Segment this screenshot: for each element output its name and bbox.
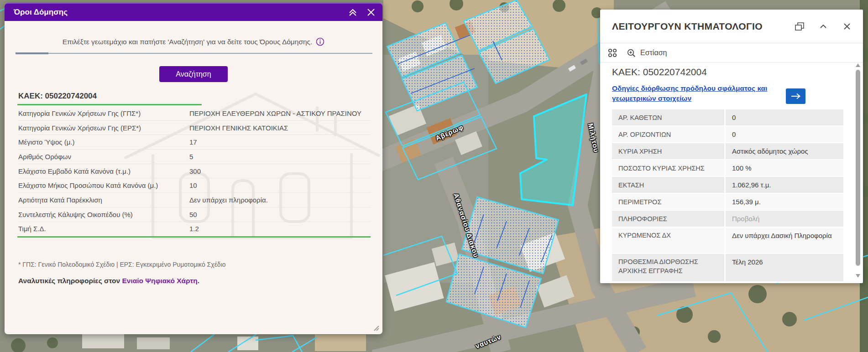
row-label: Κατηγορία Γενικών Χρήσεων Γης (ΓΠΣ*) — [18, 109, 189, 117]
parcel-attributes-table: ΑΡ. ΚΑΘΕΤΩΝ 0 ΑΡ. ΟΡΙΖΟΝΤΙΩΝ 0 ΚΥΡΙΑ ΧΡΗ… — [612, 109, 843, 282]
row-label: ΕΚΤΑΣΗ — [612, 177, 724, 194]
row-value: 0 — [726, 109, 843, 126]
divider — [16, 53, 372, 54]
panel-scrollbar — [855, 62, 861, 279]
row-value: 0 — [726, 126, 843, 143]
more-info-text: Αναλυτικές πληροφορίες στον Ενιαίο Ψηφια… — [18, 277, 199, 285]
row-label: Αριθμός Ορόφων — [18, 153, 189, 160]
row-label: Ελάχιστο Εμβαδό Κατά Κανόνα (τ.μ.) — [18, 167, 189, 175]
row-label: ΠΟΣΟΣΤΟ ΚΥΡΙΑΣ ΧΡΗΣΗΣ — [612, 160, 724, 177]
row-value: 10 — [189, 181, 371, 189]
row-value: Τέλη 2026 — [726, 254, 843, 282]
row-label: ΚΥΡΩΜΕΝΟΣ ΔΧ — [612, 228, 724, 254]
row-label: Ελάχιστο Μήκος Προσώπου Κατά Κανόνα (μ.) — [18, 181, 189, 189]
table-row: ΠΕΡΙΜΕΤΡΟΣ 156,39 μ. — [612, 194, 843, 211]
row-label: ΠΕΡΙΜΕΤΡΟΣ — [612, 194, 724, 211]
row-value: ΠΕΡΙΟΧΗ ΕΛΕΥΘΕΡΩΝ ΧΩΡΩΝ - ΑΣΤΙΚΟΥ ΠΡΑΣΙΝ… — [189, 109, 371, 117]
row-label: Μέγιστο Ύψος (μ.) — [18, 138, 189, 146]
table-row: Ελάχιστο Μήκος Προσώπου Κατά Κανόνα (μ.)… — [18, 178, 371, 193]
table-row: Τιμή Σ.Δ. 1.2 — [18, 222, 371, 236]
scroll-up-arrow[interactable] — [856, 63, 860, 67]
table-row: ΚΥΡΩΜΕΝΟΣ ΔΧ Δεν υπάρχει Δασική Πληροφορ… — [612, 228, 843, 254]
table-row: ΠΛΗΡΟΦΟΡΙΕΣ Προβολή — [612, 211, 843, 228]
search-button[interactable]: Αναζήτηση — [159, 66, 228, 82]
row-value: Δεν υπάρχει Δασική Πληροφορία — [726, 228, 843, 254]
resize-grip[interactable] — [372, 324, 380, 332]
table-row: Κατηγορία Γενικών Χρήσεων Γης (ΓΠΣ*) ΠΕΡ… — [18, 106, 371, 121]
row-label: Συντελεστής Κάλυψης Οικοπέδου (%) — [18, 211, 189, 218]
building-terms-header: Όροι Δόμησης — [5, 3, 382, 21]
scroll-down-arrow[interactable] — [856, 274, 860, 278]
chevron-up-icon[interactable] — [817, 21, 829, 32]
row-value: 17 — [189, 138, 371, 146]
green-rule — [17, 104, 202, 105]
building-terms-table: Κατηγορία Γενικών Χρήσεων Γης (ΓΠΣ*) ΠΕΡ… — [18, 106, 371, 236]
table-row: Ελάχιστο Εμβαδό Κατά Κανόνα (τ.μ.) 300 — [18, 164, 371, 179]
row-label: ΠΡΟΘΕΣΜΙΑ ΔΙΟΡΘΩΣΗΣ ΑΡΧΙΚΗΣ ΕΓΓΡΑΦΗΣ — [612, 254, 724, 282]
row-value: 50 — [189, 211, 371, 218]
scrollbar-thumb[interactable] — [856, 70, 860, 266]
row-value: 5 — [189, 153, 371, 160]
cadastre-panel: ΛΕΙΤΟΥΡΓΟΥΝ ΚΤΗΜΑΤΟΛΟΓΙΟ — [600, 10, 863, 283]
cadastre-header: ΛΕΙΤΟΥΡΓΟΥΝ ΚΤΗΜΑΤΟΛΟΓΙΟ — [600, 10, 863, 43]
building-terms-panel: Όροι Δόμησης Επιλέξτε γεωτεμάχιο και πατ… — [5, 3, 382, 334]
more-info-prefix: Αναλυτικές πληροφορίες στον — [18, 277, 122, 285]
row-label: ΑΡ. ΟΡΙΖΟΝΤΙΩΝ — [612, 126, 724, 143]
instruction-text: Επιλέξτε γεωτεμάχιο και πατήστε 'Αναζήτη… — [23, 37, 364, 48]
table-row: ΑΡ. ΚΑΘΕΤΩΝ 0 — [612, 109, 843, 126]
panel-title: Όροι Δόμησης — [14, 8, 347, 17]
row-value: 100 % — [726, 160, 843, 177]
table-row: Συντελεστής Κάλυψης Οικοπέδου (%) 50 — [18, 207, 371, 222]
table-row: ΕΚΤΑΣΗ 1.062,96 τ.μ. — [612, 177, 843, 194]
row-value: ΠΕΡΙΟΧΗ ΓΕΝΙΚΗΣ ΚΑΤΟΙΚΙΑΣ — [189, 124, 371, 132]
green-rule — [17, 236, 371, 238]
row-label: Τιμή Σ.Δ. — [18, 225, 189, 233]
go-arrow-button[interactable] — [786, 88, 805, 104]
digital-map-link[interactable]: Ενιαίο Ψηφιακό Χάρτη — [122, 277, 198, 285]
collapse-icon[interactable] — [347, 6, 359, 18]
footnote: * ΓΠΣ: Γενικό Πολεοδομικό Σχέδιο | ΕΡΣ: … — [18, 261, 226, 268]
correction-instructions-link[interactable]: Οδηγίες διόρθωσης πρόδηλου σφάλματος και… — [612, 83, 782, 104]
row-label: ΚΥΡΙΑ ΧΡΗΣΗ — [612, 143, 724, 160]
app-window: Αβέρωφ Αθανασίου Διάκου Μιλήτου ναυτών Ό… — [0, 0, 868, 352]
table-row: Μέγιστο Ύψος (μ.) 17 — [18, 135, 371, 150]
row-value: 300 — [189, 167, 371, 175]
cadastre-toolbar: Εστίαση — [600, 44, 863, 62]
kaek-heading: ΚΑΕΚ: 050220742004 — [612, 67, 707, 78]
row-value: Δεν υπάρχει πληροφορία. — [189, 196, 371, 204]
panel-title: ΛΕΙΤΟΥΡΓΟΥΝ ΚΤΗΜΑΤΟΛΟΓΙΟ — [612, 21, 794, 32]
row-label: Κατηγορία Γενικών Χρήσεων Γης (ΕΡΣ*) — [18, 124, 189, 132]
table-row: ΚΥΡΙΑ ΧΡΗΣΗ Αστικός αδόμητος χώρος — [612, 143, 843, 160]
zoom-tool-label: Εστίαση — [640, 49, 667, 57]
row-label: Αρτιότητα Κατά Παρέκκλιση — [18, 196, 189, 204]
table-row: ΠΡΟΘΕΣΜΙΑ ΔΙΟΡΘΩΣΗΣ ΑΡΧΙΚΗΣ ΕΓΓΡΑΦΗΣ Τέλ… — [612, 254, 843, 282]
view-details-link[interactable]: Προβολή — [726, 211, 843, 228]
info-icon[interactable] — [316, 37, 324, 48]
row-value: 1.062,96 τ.μ. — [726, 177, 843, 194]
row-value: 1.2 — [189, 225, 371, 233]
zoom-in-icon — [627, 48, 636, 58]
zoom-to-feature-button[interactable]: Εστίαση — [627, 48, 667, 58]
more-info-suffix: . — [198, 277, 199, 285]
instruction-label: Επιλέξτε γεωτεμάχιο και πατήστε 'Αναζήτη… — [63, 38, 313, 46]
apps-grid-icon[interactable] — [607, 47, 618, 59]
close-icon[interactable] — [365, 6, 377, 18]
table-row: Αρτιότητα Κατά Παρέκκλιση Δεν υπάρχει πλ… — [18, 193, 371, 207]
row-label: ΑΡ. ΚΑΘΕΤΩΝ — [612, 109, 724, 126]
table-row: Αριθμός Ορόφων 5 — [18, 150, 371, 164]
table-row: ΑΡ. ΟΡΙΖΟΝΤΙΩΝ 0 — [612, 126, 843, 143]
row-value: 156,39 μ. — [726, 194, 843, 211]
row-label: ΠΛΗΡΟΦΟΡΙΕΣ — [612, 211, 724, 228]
close-icon[interactable] — [841, 21, 853, 32]
table-row: ΠΟΣΟΣΤΟ ΚΥΡΙΑΣ ΧΡΗΣΗΣ 100 % — [612, 160, 843, 177]
print-icon[interactable] — [794, 21, 805, 32]
row-value: Αστικός αδόμητος χώρος — [726, 143, 843, 160]
kaek-heading: ΚΑΕΚ: 050220742004 — [18, 92, 97, 101]
table-row: Κατηγορία Γενικών Χρήσεων Γης (ΕΡΣ*) ΠΕΡ… — [18, 121, 371, 135]
arrow-right-icon — [791, 93, 801, 99]
